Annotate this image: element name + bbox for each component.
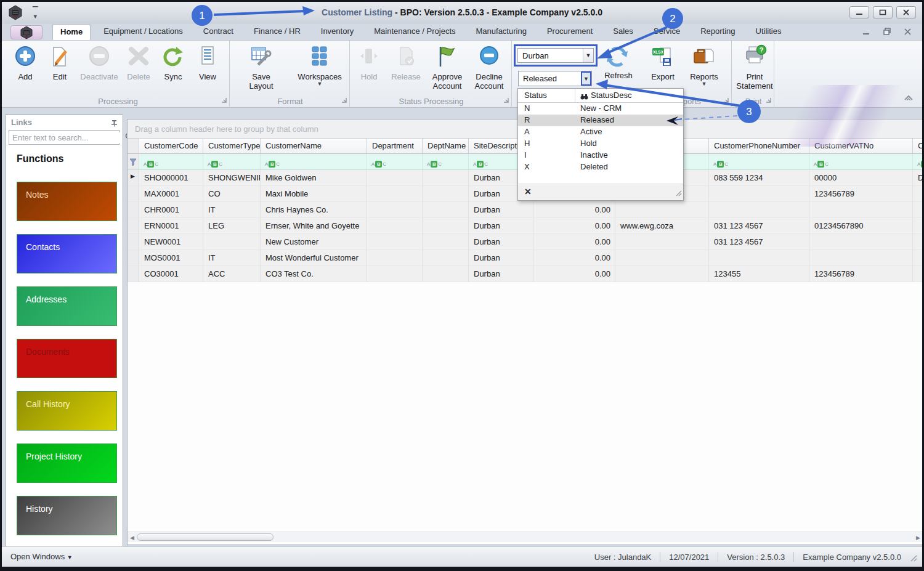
filter-cell-cus[interactable]: ABC [913, 154, 923, 170]
column-header-department[interactable]: Department [367, 139, 423, 154]
function-button-history[interactable]: History [17, 496, 117, 535]
column-header-customerphonenumber[interactable]: CustomerPhoneNumber [709, 139, 809, 154]
table-row[interactable]: CO30001ACCCO3 Test Co.Durban0.0012345512… [128, 266, 923, 282]
tab-home[interactable]: Home [52, 24, 91, 40]
open-windows-button[interactable]: Open Windows ▼ [10, 552, 73, 561]
cell-customerphonenumber[interactable] [709, 202, 809, 218]
cell-customercode[interactable]: CO30001 [139, 266, 203, 282]
table-row[interactable]: NEW0001New CustomerDurban0.00031 123 456… [128, 234, 923, 250]
hold-button[interactable]: Hold [352, 43, 386, 91]
tab-utilities[interactable]: Utilities [748, 24, 789, 40]
cell-cus[interactable] [913, 266, 923, 282]
tab-contract[interactable]: Contract [196, 24, 241, 40]
save-layout-button[interactable]: SaveLayout [232, 43, 290, 91]
add-button[interactable]: Add [8, 43, 43, 81]
table-row[interactable]: CHR0001ITChris Haynes Co.Durban0.00 [128, 202, 923, 218]
cell-customerphonenumber[interactable]: 083 559 1234 [709, 170, 809, 186]
cell-customerphonenumber[interactable]: 031 123 4567 [709, 234, 809, 250]
edit-button[interactable]: Edit [43, 43, 77, 81]
cell-deptname[interactable] [423, 234, 469, 250]
column-header-customername[interactable]: CustomerName [261, 139, 367, 154]
scroll-right-icon[interactable]: ▶ [916, 535, 920, 541]
deactivate-button[interactable]: Deactivate [77, 43, 121, 81]
column-header-cus[interactable]: Cus [913, 139, 923, 154]
status-option-deleted[interactable]: XDeleted [518, 161, 683, 173]
cell-col6[interactable]: 0.00 [533, 218, 615, 234]
workspaces-button[interactable]: Workspaces▼ [290, 43, 349, 91]
cell-col7[interactable] [615, 234, 709, 250]
dialog-launcher-icon[interactable] [766, 94, 771, 105]
status-column-header[interactable]: Status [518, 89, 575, 102]
filter-cell-department[interactable]: ABC [367, 154, 423, 170]
cell-department[interactable] [367, 266, 423, 282]
table-row[interactable]: ERN0001LEGErnser, White and GoyetteDurba… [128, 218, 923, 234]
delete-button[interactable]: Delete [121, 43, 156, 81]
site-filter-dropdown-icon[interactable]: ▼ [583, 49, 593, 62]
close-button[interactable] [896, 6, 916, 18]
cell-deptname[interactable] [423, 186, 469, 202]
cell-sitedescription[interactable]: Durban [469, 202, 533, 218]
cell-department[interactable] [367, 250, 423, 266]
dropdown-resize-grip[interactable] [675, 188, 682, 199]
function-button-notes[interactable]: Notes [17, 182, 117, 221]
function-button-documents[interactable]: Documents [17, 339, 117, 378]
filter-cell-customername[interactable]: ABC [261, 154, 367, 170]
cell-customerphonenumber[interactable]: 123455 [709, 266, 809, 282]
column-header-customertype[interactable]: CustomerType [203, 139, 261, 154]
cell-customercode[interactable]: CHR0001 [139, 202, 203, 218]
tab-inventory[interactable]: Inventory [314, 24, 361, 40]
cell-customercode[interactable]: MOS0001 [139, 250, 203, 266]
column-header-deptname[interactable]: DeptName [423, 139, 469, 154]
cell-department[interactable] [367, 186, 423, 202]
cell-customerphonenumber[interactable] [709, 250, 809, 266]
cell-sitedescription[interactable]: Durban [469, 266, 533, 282]
cell-deptname[interactable] [423, 170, 469, 186]
export-button[interactable]: XLSXExport [644, 43, 682, 86]
cell-customervatno[interactable]: 123456789 [809, 266, 913, 282]
cell-col7[interactable] [615, 266, 709, 282]
sync-button[interactable]: Sync [156, 43, 190, 81]
cell-customervatno[interactable]: 00000 [809, 170, 913, 186]
scrollbar-thumb[interactable] [137, 533, 274, 541]
cell-customertype[interactable]: LEG [203, 218, 261, 234]
filter-row-funnel-icon[interactable] [128, 154, 139, 170]
cell-customertype[interactable]: CO [203, 186, 261, 202]
status-option-new-crm[interactable]: NNew - CRM [518, 103, 683, 115]
function-button-call-history[interactable]: Call History [17, 391, 117, 431]
tab-service[interactable]: Service [646, 24, 687, 40]
cell-col7[interactable] [615, 250, 709, 266]
release-button[interactable]: Release [386, 43, 426, 91]
status-option-hold[interactable]: HHold [518, 138, 683, 150]
filter-cell-customerphonenumber[interactable]: ABC [709, 154, 809, 170]
approve-account-button[interactable]: ApproveAccount [426, 43, 468, 91]
cell-customername[interactable]: Maxi Mobile [261, 186, 367, 202]
cell-customername[interactable]: New Customer [261, 234, 367, 250]
cell-deptname[interactable] [423, 250, 469, 266]
refresh-icon[interactable] [604, 44, 630, 72]
status-option-inactive[interactable]: IInactive [518, 150, 683, 161]
tab-manufacturing[interactable]: Manufacturing [469, 24, 534, 40]
cell-cus[interactable] [913, 250, 923, 266]
cell-customervatno[interactable] [809, 202, 913, 218]
function-button-project-history[interactable]: Project History [17, 443, 117, 483]
cell-customername[interactable]: CO3 Test Co. [261, 266, 367, 282]
cell-customerphonenumber[interactable]: 031 123 4567 [709, 218, 809, 234]
cell-department[interactable] [367, 218, 423, 234]
cell-customertype[interactable]: IT [203, 250, 261, 266]
site-filter-combobox[interactable]: Durban ▼ [517, 48, 594, 63]
collapse-ribbon-icon[interactable] [904, 92, 914, 103]
tab-sales[interactable]: Sales [606, 24, 641, 40]
cell-customertype[interactable]: SHONGWENIP [203, 170, 261, 186]
column-header-customercode[interactable]: CustomerCode [139, 139, 203, 154]
cell-col7[interactable] [615, 202, 709, 218]
minimize-button[interactable] [849, 6, 869, 18]
cell-customertype[interactable]: IT [203, 202, 261, 218]
cell-cus[interactable]: DL9 [913, 170, 923, 186]
filter-cell-customertype[interactable]: ABC [203, 154, 261, 170]
cell-customername[interactable]: Ernser, White and Goyette [261, 218, 367, 234]
dialog-launcher-icon[interactable] [341, 94, 347, 105]
filter-cell-deptname[interactable]: ABC [423, 154, 469, 170]
function-button-addresses[interactable]: Addresses [17, 286, 117, 326]
cell-department[interactable] [367, 170, 423, 186]
decline-account-button[interactable]: DeclineAccount [468, 43, 510, 91]
